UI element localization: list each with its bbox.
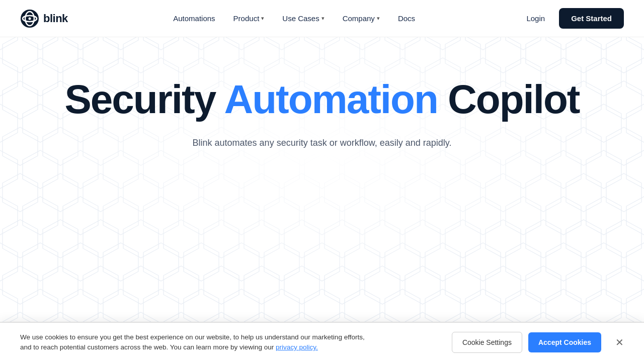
cookie-settings-button[interactable]: Cookie Settings — [452, 332, 522, 353]
hero-subtitle: Blink automates any security task or wor… — [171, 136, 473, 150]
nav-docs[interactable]: Docs — [391, 10, 422, 27]
hero-content: Security Automation Copilot Blink automa… — [20, 77, 624, 150]
nav-automations[interactable]: Automations — [166, 10, 222, 27]
brand-name: blink — [43, 12, 68, 25]
hero-title: Security Automation Copilot — [20, 77, 624, 122]
privacy-policy-link[interactable]: privacy policy. — [276, 343, 318, 351]
hero-title-part2: Copilot — [438, 77, 580, 122]
nav-links: Automations Product ▾ Use Cases ▾ Compan… — [166, 10, 422, 27]
cookie-actions: Cookie Settings Accept Cookies ✕ — [452, 332, 624, 353]
hero-section: Security Automation Copilot Blink automa… — [0, 37, 644, 322]
accept-cookies-button[interactable]: Accept Cookies — [528, 332, 601, 352]
cookie-text: We use cookies to ensure you get the bes… — [20, 332, 372, 353]
hero-title-part1: Security — [64, 77, 224, 122]
cookie-banner: We use cookies to ensure you get the bes… — [0, 322, 644, 362]
chevron-down-icon: ▾ — [321, 15, 325, 22]
login-button[interactable]: Login — [520, 10, 551, 27]
chevron-down-icon: ▾ — [261, 15, 264, 22]
close-icon[interactable]: ✕ — [615, 336, 624, 348]
hero-title-accent: Automation — [224, 77, 437, 122]
get-started-button[interactable]: Get Started — [559, 8, 624, 29]
nav-actions: Login Get Started — [520, 8, 624, 29]
nav-use-cases[interactable]: Use Cases ▾ — [275, 10, 331, 27]
chevron-down-icon: ▾ — [377, 15, 380, 22]
nav-company[interactable]: Company ▾ — [336, 10, 387, 27]
svg-point-3 — [29, 17, 31, 20]
blink-logo-icon — [20, 9, 39, 28]
nav-product[interactable]: Product ▾ — [226, 10, 272, 27]
navbar: blink Automations Product ▾ Use Cases ▾ … — [0, 0, 644, 37]
logo[interactable]: blink — [20, 9, 68, 28]
